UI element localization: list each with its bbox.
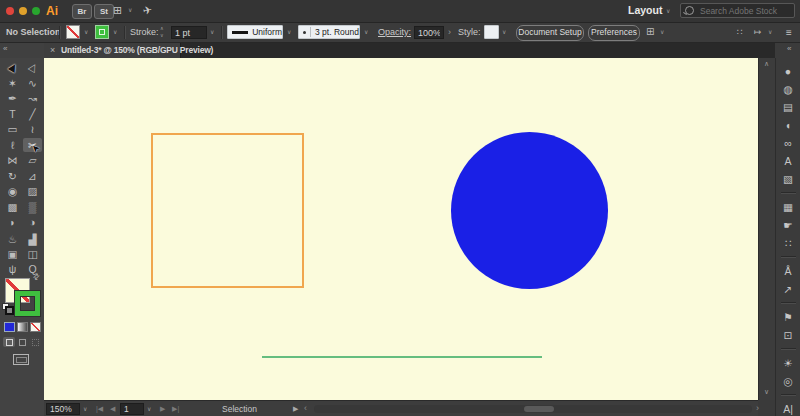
rotate-tool[interactable]: ↻	[3, 169, 22, 183]
line-segment-tool[interactable]: ╱	[23, 107, 42, 121]
chevron-down-icon[interactable]: ∨	[84, 23, 88, 42]
draw-normal-button[interactable]	[3, 337, 15, 347]
color-mode-button[interactable]	[4, 322, 15, 332]
appearance-icon[interactable]: ▧	[778, 171, 799, 187]
preferences-button[interactable]: Preferences	[588, 25, 640, 41]
search-input[interactable]	[698, 5, 790, 17]
arrange-documents-icon[interactable]: ⊞	[646, 26, 654, 37]
export-share-icon[interactable]: ↗	[778, 281, 799, 297]
document-setup-button[interactable]: Document Setup	[516, 25, 584, 41]
fill-color-swatch[interactable]	[66, 25, 80, 39]
stepper-up-icon[interactable]: ∧	[160, 25, 164, 32]
stroke-proxy-swatch[interactable]	[15, 291, 40, 316]
symbol-sprayer-tool[interactable]: ♨	[3, 232, 22, 246]
mesh-tool[interactable]: ▩	[3, 200, 22, 214]
gradient-tool[interactable]: ▒	[23, 200, 42, 214]
scale-tool[interactable]: ⊿	[23, 169, 42, 183]
minimize-window-button[interactable]	[19, 7, 27, 15]
screen-mode-button[interactable]	[13, 354, 29, 365]
artboard-number-input[interactable]	[120, 403, 144, 415]
document-tab[interactable]: × Untitled-3* @ 150% (RGB/GPU Preview)	[44, 43, 181, 58]
zoom-level-input[interactable]	[46, 403, 80, 415]
gradient-mode-button[interactable]	[17, 322, 28, 332]
chevron-down-icon[interactable]: ∨	[364, 23, 368, 42]
horizontal-scroll-thumb[interactable]	[524, 406, 554, 412]
pencil-tool[interactable]: ℓ	[3, 138, 22, 152]
maximize-window-button[interactable]	[32, 7, 40, 15]
chevron-down-icon[interactable]: ∨	[287, 23, 291, 42]
brush-definition-dropdown[interactable]: 3 pt. Round	[298, 25, 360, 39]
scroll-up-icon[interactable]: ∧	[764, 60, 769, 68]
magic-wand-tool[interactable]: ✶	[3, 76, 22, 90]
line-shape[interactable]	[262, 356, 542, 358]
blend-tool[interactable]: ◑	[23, 215, 42, 229]
panel-menu-icon[interactable]: ≡	[786, 23, 792, 42]
color-guide-icon[interactable]: ◍	[778, 81, 799, 97]
stroke-stepper[interactable]: ∧ ∨	[160, 25, 164, 39]
character-styles-icon[interactable]: Å	[778, 263, 799, 279]
width-tool[interactable]: ⋈	[3, 153, 22, 167]
collapse-panel-icon[interactable]: ↦	[754, 23, 762, 42]
slice-tool[interactable]: ◫	[23, 247, 42, 261]
stroke-color-swatch[interactable]	[95, 25, 109, 39]
hscroll-left-icon[interactable]: ‹	[304, 401, 307, 416]
previous-artboard-icon[interactable]: ◀	[110, 401, 115, 416]
status-expand-icon[interactable]: ▶	[293, 401, 298, 416]
square-shape[interactable]	[151, 133, 304, 288]
chevron-down-icon[interactable]: ∨	[502, 23, 506, 42]
workspace-switcher-icon[interactable]: ⊞	[113, 4, 122, 17]
scroll-down-icon[interactable]: ∨	[764, 388, 769, 396]
curvature-tool[interactable]: ↝	[23, 91, 42, 105]
touch-type-icon[interactable]: ☛	[778, 217, 799, 233]
layers-icon[interactable]: ⊡	[778, 327, 799, 343]
draw-inside-button[interactable]	[29, 337, 41, 347]
pen-tool[interactable]: ✒	[3, 91, 22, 105]
asset-export-icon[interactable]: ▦	[778, 199, 799, 215]
horizontal-scrollbar[interactable]	[314, 405, 752, 413]
artboard-dropdown-icon[interactable]: ∨	[147, 401, 151, 416]
chevron-down-icon[interactable]: ∨	[128, 1, 132, 20]
hscroll-right-icon[interactable]: ›	[756, 401, 759, 416]
effects-icon[interactable]: ☀	[778, 355, 799, 371]
workspace-layout-label[interactable]: Layout	[628, 4, 662, 16]
stock-app-icon[interactable]: St	[94, 4, 114, 19]
collapse-toolbar-icon[interactable]: «	[3, 44, 7, 53]
next-artboard-icon[interactable]: ▶	[160, 401, 165, 416]
stock-search-box[interactable]	[680, 3, 795, 18]
artboard-tool[interactable]: ▣	[3, 247, 22, 261]
close-tab-icon[interactable]: ×	[50, 45, 55, 56]
zoom-dropdown-icon[interactable]: ∨	[83, 401, 87, 416]
column-graph-tool[interactable]: ▟	[23, 232, 42, 246]
eyedropper-tool[interactable]: ◗	[3, 215, 22, 229]
dots-grid-icon[interactable]: ∷	[737, 23, 743, 42]
hand-tool[interactable]: ψ	[3, 262, 22, 276]
chevron-down-icon[interactable]: ∨	[768, 23, 772, 42]
paintbrush-tool[interactable]: ≀	[23, 122, 42, 136]
glyphs-icon[interactable]: A	[778, 153, 799, 169]
chevron-down-icon[interactable]: ∨	[660, 23, 664, 42]
shape-builder-tool[interactable]: ◉	[3, 184, 22, 198]
rectangle-tool[interactable]: ▭	[3, 122, 22, 136]
none-mode-button[interactable]	[30, 322, 41, 332]
lasso-tool[interactable]: ∿	[23, 76, 42, 90]
artboards-icon[interactable]: ⚑	[778, 309, 799, 325]
default-fill-stroke-icon[interactable]	[2, 303, 11, 312]
bridge-app-icon[interactable]: Br	[72, 4, 92, 19]
chevron-down-icon[interactable]: ∨	[210, 23, 214, 42]
share-plane-icon[interactable]: ✈	[142, 3, 154, 18]
selection-tool[interactable]: ▶	[3, 60, 22, 74]
expand-dock-icon[interactable]: «	[787, 44, 791, 53]
opacity-input[interactable]	[414, 26, 444, 39]
opacity-disclosure-icon[interactable]: ›	[448, 23, 451, 42]
stroke-weight-label[interactable]: Stroke:	[130, 23, 159, 42]
style-swatch[interactable]	[484, 25, 499, 39]
chevron-down-icon[interactable]: ∨	[113, 23, 117, 42]
circle-shape[interactable]	[451, 132, 608, 289]
chevron-down-icon[interactable]: ∨	[666, 2, 670, 21]
free-transform-tool[interactable]: ▱	[23, 153, 42, 167]
character-icon[interactable]: A|	[778, 401, 799, 416]
width-profile-dropdown[interactable]: Uniform	[227, 25, 283, 39]
vertical-scrollbar[interactable]: ∧ ∨	[758, 58, 776, 400]
swatches-icon[interactable]: ▤	[778, 99, 799, 115]
smart-search-icon[interactable]: ◎	[778, 373, 799, 389]
